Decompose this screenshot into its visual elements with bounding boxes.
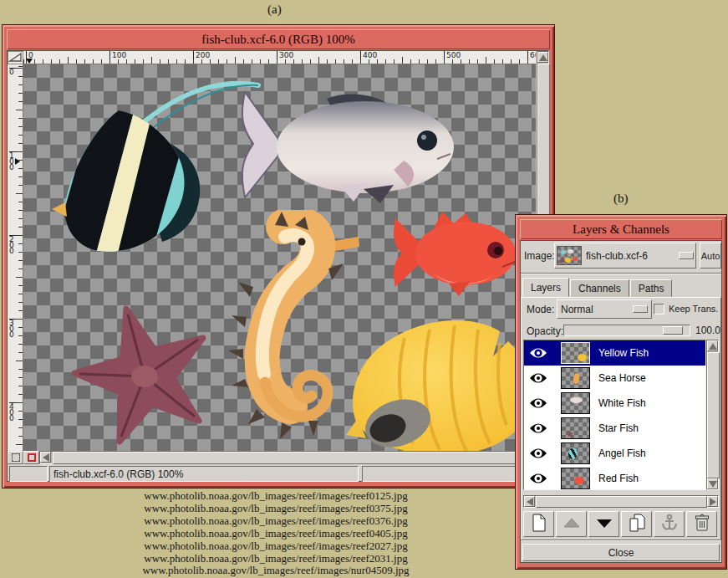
v-ruler-number: 100 <box>9 151 16 171</box>
opacity-slider[interactable] <box>563 325 690 336</box>
layer-visibility-eye-icon[interactable] <box>524 473 552 484</box>
menu-indicator <box>679 252 694 259</box>
vertical-scroll-thumb[interactable] <box>707 352 720 478</box>
layer-thumbnail <box>561 392 590 414</box>
v-ruler-number: 400 <box>9 402 16 422</box>
opacity-slider-handle[interactable] <box>663 326 683 335</box>
layer-name: Sea Horse <box>590 372 646 384</box>
lower-layer-button[interactable] <box>588 511 619 537</box>
layer-thumbnail <box>561 442 590 464</box>
figure-label-b: (b) <box>613 192 629 206</box>
layer-visibility-eye-icon[interactable] <box>524 448 552 459</box>
layer-name: White Fish <box>590 397 646 409</box>
scroll-up-arrow[interactable] <box>537 52 548 63</box>
tab-paths[interactable]: Paths <box>630 279 673 297</box>
image-thumbnail <box>557 246 582 265</box>
sea-horse-image <box>201 210 364 451</box>
url-line: www.photolib.noaa.gov/lb_images/reef/ima… <box>0 565 552 577</box>
scroll-up-arrow[interactable] <box>707 340 718 351</box>
ruler-corner-icon <box>8 52 23 64</box>
url-line: www.photolib.noaa.gov/lb_images/reef/ima… <box>0 515 552 528</box>
h-ruler-number: 60 <box>527 51 536 59</box>
raise-layer-button[interactable] <box>556 511 587 537</box>
v-ruler-number: 0 <box>9 68 16 75</box>
image-menu-dropdown[interactable]: fish-club.xcf-6 <box>554 243 696 269</box>
tab-paths-label: Paths <box>639 283 664 294</box>
menu-indicator <box>633 305 648 313</box>
image-menu-value: fish-club.xcf-6 <box>582 250 679 262</box>
vertical-ruler[interactable]: 0100200300400 <box>8 64 23 451</box>
tab-channels[interactable]: Channels <box>570 279 629 297</box>
close-button[interactable]: Close <box>522 544 720 561</box>
desktop: (a) (b) fish-club.xcf-6.0 (RGB) 100% 010… <box>0 0 728 578</box>
h-ruler-number: 400 <box>360 51 377 59</box>
white-blob-icon <box>570 396 583 403</box>
selection-marching-ants-icon <box>12 453 20 462</box>
v-ruler-number: 200 <box>9 235 16 254</box>
figure-label-a: (a) <box>267 3 282 17</box>
scroll-left-arrow[interactable] <box>40 452 51 463</box>
status-text: fish-club.xcf-6.0 (RGB) 100% <box>53 468 183 480</box>
image-canvas[interactable] <box>23 64 536 451</box>
red-blob-icon <box>574 477 584 484</box>
opacity-label: Opacity: <box>527 325 563 337</box>
image-window-title: fish-club.xcf-6.0 (RGB) 100% <box>201 33 354 47</box>
horizontal-scroll-thumb[interactable] <box>53 452 523 464</box>
canvas-horizontal-scrollbar[interactable] <box>39 451 536 464</box>
scroll-down-arrow[interactable] <box>707 478 718 489</box>
mode-value: Normal <box>561 304 633 315</box>
layer-visibility-eye-icon[interactable] <box>524 347 552 359</box>
layer-visibility-eye-icon[interactable] <box>524 422 552 434</box>
close-button-label: Close <box>608 547 634 559</box>
auto-button[interactable]: Auto <box>700 243 721 269</box>
keep-trans-checkbox[interactable] <box>654 304 664 315</box>
layer-row[interactable]: White Fish <box>524 391 705 416</box>
layer-name: Star Fish <box>590 422 639 434</box>
layer-thumbnail <box>561 468 590 489</box>
ruler-corner[interactable] <box>8 51 23 64</box>
auto-button-label: Auto <box>701 251 720 261</box>
layers-dialog-titlebar[interactable]: Layers & Channels <box>520 219 722 239</box>
horizontal-scroll-thumb[interactable] <box>536 496 707 508</box>
quickmask-on-button[interactable] <box>23 451 39 464</box>
mode-dropdown[interactable]: Normal <box>557 299 652 319</box>
layers-list-horizontal-scrollbar[interactable] <box>523 495 719 508</box>
delete-layer-button[interactable] <box>686 511 717 537</box>
pages-icon <box>627 513 647 535</box>
duplicate-layer-button[interactable] <box>621 511 652 537</box>
v-ruler-number: 300 <box>9 319 16 338</box>
layer-visibility-eye-icon[interactable] <box>524 372 552 384</box>
layer-action-buttons <box>523 511 717 537</box>
layers-list-vertical-scrollbar[interactable] <box>706 340 719 490</box>
mode-label: Mode: <box>527 304 554 315</box>
cursor-position-cell <box>9 466 48 482</box>
yellow-blob-icon <box>578 354 587 361</box>
anchor-icon <box>659 513 680 535</box>
source-url-list: www.photolib.noaa.gov/lb_images/reef/ima… <box>0 490 552 577</box>
notebook-tabs: Layers Channels Paths <box>522 278 673 297</box>
layer-row[interactable]: Sea Horse <box>524 366 705 391</box>
separator <box>521 273 721 274</box>
anchor-layer-button[interactable] <box>654 511 685 537</box>
layer-visibility-eye-icon[interactable] <box>524 397 552 409</box>
h-ruler-number: 200 <box>193 51 210 59</box>
yellow-fish-image <box>346 311 536 451</box>
quickmask-red-square-icon <box>28 453 36 462</box>
scroll-right-arrow[interactable] <box>707 496 718 507</box>
h-ruler-number: 300 <box>277 51 293 59</box>
layer-thumbnail <box>561 367 590 389</box>
layer-row[interactable]: Red Fish <box>524 466 705 490</box>
url-line: www.photolib.noaa.gov/lb_images/reef/ima… <box>0 553 552 565</box>
h-ruler-number: 0 <box>26 51 33 59</box>
star-blob-icon <box>566 430 574 438</box>
layer-row[interactable]: Star Fish <box>524 416 705 441</box>
horizontal-ruler[interactable]: 010020030040050060 <box>23 51 536 64</box>
tab-channels-label: Channels <box>578 283 621 294</box>
quickmask-off-button[interactable] <box>8 451 23 464</box>
url-line: www.photolib.noaa.gov/lb_images/reef/ima… <box>0 503 552 515</box>
tab-layers[interactable]: Layers <box>522 278 569 297</box>
layer-row[interactable]: Angel Fish <box>524 441 705 466</box>
image-window-titlebar[interactable]: fish-club.xcf-6.0 (RGB) 100% <box>7 29 550 49</box>
layer-row[interactable]: Yellow Fish <box>524 340 705 366</box>
angel-blob-icon <box>568 448 577 459</box>
